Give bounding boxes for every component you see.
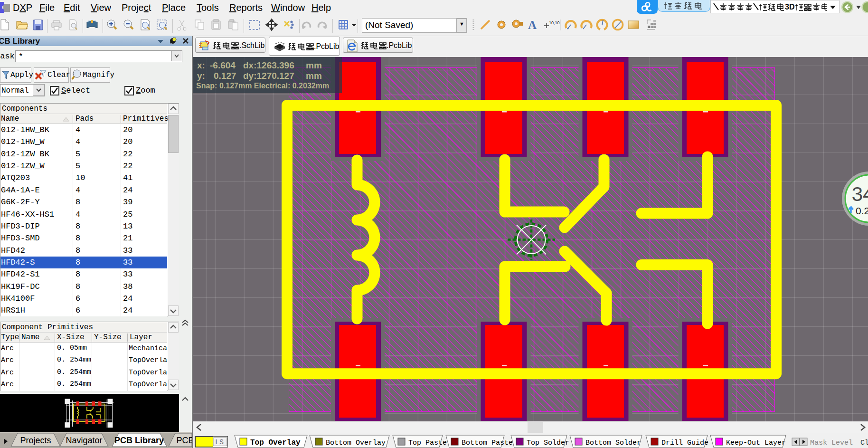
svg-text:10,10: 10,10 — [549, 20, 560, 25]
svg-text:Top Solder: Top Solder — [527, 439, 569, 447]
svg-text:Bottom Overlay: Bottom Overlay — [326, 439, 386, 447]
svg-text:Keep-Out Layer: Keep-Out Layer — [726, 439, 786, 447]
svg-text:Projects: Projects — [20, 436, 51, 445]
svg-text:Top Overlay: Top Overlay — [250, 438, 301, 447]
svg-text:Mask Level: Mask Level — [810, 439, 853, 447]
svg-text:Drill Guide: Drill Guide — [661, 439, 708, 447]
svg-text:Bottom Paste: Bottom Paste — [462, 439, 513, 447]
svg-text:3D: 3D — [785, 3, 794, 11]
svg-text:PCB Library: PCB Library — [114, 436, 164, 445]
svg-text:Bottom Solder: Bottom Solder — [585, 439, 641, 447]
svg-text:LS: LS — [215, 438, 224, 447]
svg-text:A: A — [528, 19, 537, 31]
svg-text:0.2K: 0.2K — [856, 205, 868, 216]
svg-text:Navigator: Navigator — [66, 436, 102, 445]
svg-text:34: 34 — [852, 183, 868, 205]
svg-text:Top Paste: Top Paste — [408, 439, 447, 447]
svg-text:Cl: Cl — [860, 439, 868, 447]
svg-text:PCB: PCB — [176, 436, 192, 445]
